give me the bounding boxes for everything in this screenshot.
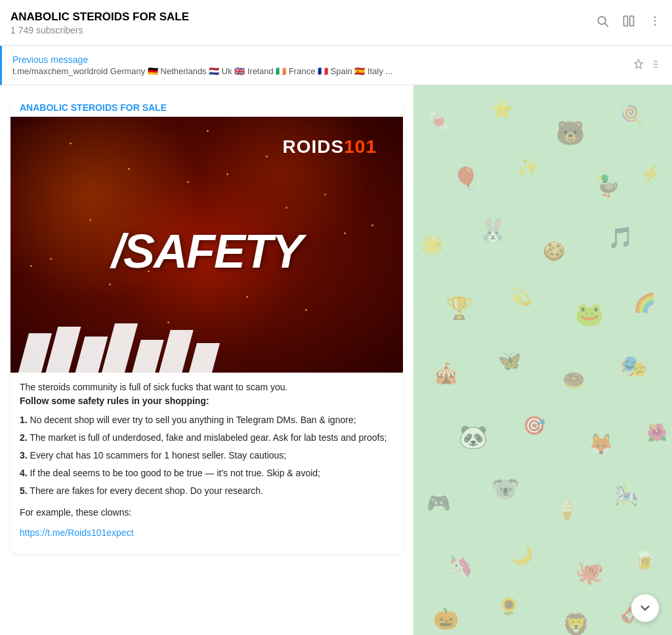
particle [128,168,130,170]
svg-point-6 [654,24,656,26]
rule-4: 4. If the deal seems to be too good to b… [20,466,394,480]
svg-text:🐰: 🐰 [478,216,508,244]
svg-text:🌻: 🌻 [497,596,520,617]
svg-text:🦁: 🦁 [562,611,590,635]
svg-text:🌈: 🌈 [633,292,656,314]
roids-logo: ROIDS101 [283,136,377,157]
prev-message-text: t.me/maxchem_worldroid Germany 🇩🇪 Nether… [12,66,392,76]
subscriber-count: 1 749 subscribers [10,25,189,35]
svg-text:🎪: 🎪 [433,361,459,386]
svg-text:🎮: 🎮 [427,491,451,515]
header-actions [596,14,662,31]
rule-5: 5. There are fakes for every decent shop… [20,484,394,498]
message-intro: The steroids community is full of sick f… [20,380,394,408]
svg-text:🐙: 🐙 [575,559,604,586]
main-content: ANABOLIC STEROIDS FOR SALE [0,85,672,635]
rule-3: 3. Every chat has 10 scammers for 1 hone… [20,449,394,462]
pin-icon [633,58,662,73]
particle [285,207,287,209]
svg-text:🦊: 🦊 [588,432,614,457]
svg-text:🐼: 🐼 [459,423,488,451]
svg-text:🌟: 🌟 [420,233,444,256]
svg-text:🦄: 🦄 [446,553,473,580]
message-channel-name: ANABOLIC STEROIDS FOR SALE [10,96,403,117]
particle [226,173,228,175]
svg-rect-2 [624,16,628,26]
particle [266,155,268,157]
example-text: For example, these clowns: [20,506,394,520]
search-icon[interactable] [596,14,609,31]
svg-text:🏆: 🏆 [446,295,473,321]
safety-rules-list: 1. No decent shop will ever try to sell … [20,413,394,498]
svg-text:🦋: 🦋 [497,349,522,373]
particle [207,130,209,132]
rule-2: 2. The market is full of underdosed, fak… [20,431,394,445]
message-text-content: The steroids community is full of sick f… [10,373,403,554]
svg-text:🐨: 🐨 [491,475,520,502]
svg-text:✨: ✨ [517,156,540,178]
svg-text:🍺: 🍺 [633,549,658,573]
particle [344,232,346,234]
stripe [189,343,220,373]
more-icon[interactable] [648,14,662,31]
stripe [102,323,138,373]
scroll-down-button[interactable] [631,594,659,622]
doodle-pattern: 🍬 ⭐ 🐻 🍭 🎈 ✨ 🦆 ⚡ 🌟 🐰 🍪 🎵 🏆 💫 🐸 🌈 🎪 🦋 🍩 [413,85,672,635]
particle [70,142,72,144]
particle [30,265,32,267]
svg-text:⭐: ⭐ [491,98,514,120]
previous-message-bar[interactable]: Previous message t.me/maxchem_worldroid … [0,46,672,85]
roids-number: 101 [344,136,377,157]
chat-area[interactable]: ANABOLIC STEROIDS FOR SALE [0,85,413,635]
svg-text:🦆: 🦆 [595,173,621,198]
svg-text:🎯: 🎯 [523,415,546,436]
svg-text:🌙: 🌙 [511,544,534,565]
svg-line-1 [605,24,608,27]
svg-text:🌺: 🌺 [646,422,667,443]
particle [89,219,91,221]
svg-text:💫: 💫 [511,287,532,307]
svg-text:🐻: 🐻 [556,119,585,147]
particle [305,309,307,311]
message-card: ANABOLIC STEROIDS FOR SALE [10,96,403,554]
follow-text: Follow some safety rules in your shoppin… [20,396,209,406]
svg-text:🎠: 🎠 [614,483,640,508]
roids-text: ROIDS [283,136,345,157]
prev-message-label: Previous message [12,54,392,65]
header: ANABOLIC STEROIDS FOR SALE 1 749 subscri… [0,0,672,46]
svg-rect-3 [630,16,634,26]
header-info: ANABOLIC STEROIDS FOR SALE 1 749 subscri… [10,10,189,35]
message-image: ROIDS101 /SAFETY [10,117,403,373]
svg-text:🎵: 🎵 [608,225,634,250]
channel-link[interactable]: https://t.me/Roids101expect [20,527,134,538]
doodle-svg: 🍬 ⭐ 🐻 🍭 🎈 ✨ 🦆 ⚡ 🌟 🐰 🍪 🎵 🏆 💫 🐸 🌈 🎪 🦋 🍩 [413,85,672,635]
svg-point-4 [654,16,656,18]
prev-message-content: Previous message t.me/maxchem_worldroid … [12,54,392,76]
svg-text:🎃: 🎃 [433,606,459,631]
svg-point-5 [654,20,656,22]
image-stripes [10,320,403,373]
particle [324,194,326,195]
safety-label: /SAFETY [112,228,302,275]
message-link[interactable]: https://t.me/Roids101expect [20,526,394,540]
svg-text:🍩: 🍩 [562,369,585,391]
particle [109,283,111,285]
background-panel: 🍬 ⭐ 🐻 🍭 🎈 ✨ 🦆 ⚡ 🌟 🐰 🍪 🎵 🏆 💫 🐸 🌈 🎪 🦋 🍩 [413,85,672,635]
columns-icon[interactable] [622,14,635,31]
channel-title: ANABOLIC STEROIDS FOR SALE [10,10,189,24]
svg-text:⚡: ⚡ [640,164,661,184]
svg-text:🍪: 🍪 [543,240,566,262]
svg-text:🐸: 🐸 [575,300,604,328]
particle [371,224,373,226]
particle [187,181,189,183]
svg-text:🍦: 🍦 [556,499,579,520]
svg-text:🎭: 🎭 [620,353,648,380]
svg-text:🍬: 🍬 [427,108,453,133]
svg-text:🎈: 🎈 [452,165,480,192]
svg-text:🍭: 🍭 [620,104,644,127]
intro-text: The steroids community is full of sick f… [20,382,287,392]
stripe [159,330,193,373]
particle [50,258,52,260]
particle [246,296,248,298]
stripe [132,340,163,373]
